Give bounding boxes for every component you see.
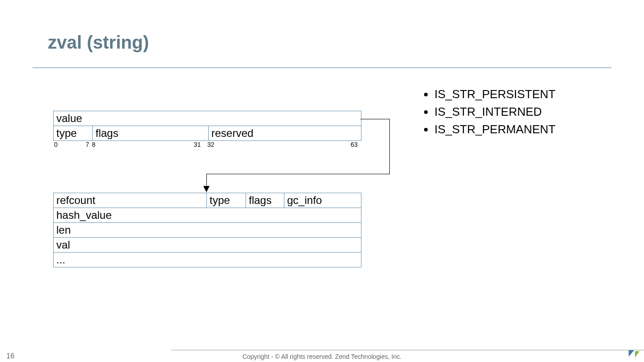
refcount-cell: refcount	[54, 193, 207, 208]
connector-line	[206, 174, 390, 174]
flags-bullet-list: IS_STR_PERSISTENT IS_STR_INTERNED IS_STR…	[419, 86, 556, 138]
zval-reserved-cell: reserved	[209, 126, 361, 140]
table-row: ...	[54, 253, 361, 267]
len-cell: len	[54, 223, 361, 237]
table-row: type flags reserved	[54, 126, 361, 140]
flags-cell: flags	[246, 193, 284, 208]
bit-label-8: 8	[92, 141, 96, 148]
page-number: 16	[6, 352, 14, 360]
bit-label-31: 31	[194, 141, 201, 148]
page-title: zval (string)	[48, 32, 149, 53]
val-cell: val	[54, 238, 361, 252]
zval-struct-table: value type flags reserved	[53, 111, 361, 141]
table-row: hash_value	[54, 208, 361, 223]
table-row: value	[54, 111, 361, 126]
bit-label-32: 32	[207, 141, 215, 148]
connector-line	[361, 119, 389, 119]
list-item: IS_STR_PERMANENT	[434, 121, 556, 138]
table-row: refcount type flags gc_info	[54, 193, 361, 208]
ellipsis-cell: ...	[54, 253, 361, 267]
zend-logo-icon	[628, 349, 640, 360]
connector-line	[389, 119, 390, 174]
bit-label-63: 63	[351, 141, 358, 148]
type-cell: type	[207, 193, 246, 208]
list-item: IS_STR_INTERNED	[434, 103, 556, 121]
table-row: len	[54, 223, 361, 238]
title-divider	[32, 68, 612, 68]
zval-value-cell: value	[54, 111, 361, 126]
footer-divider	[171, 350, 644, 350]
bit-label-7: 7	[86, 141, 89, 148]
gc-info-cell: gc_info	[284, 193, 361, 208]
copyright-text: Copyright - © All rights reserved. Zend …	[0, 353, 644, 360]
hash-value-cell: hash_value	[54, 208, 361, 222]
zval-flags-cell: flags	[93, 126, 209, 140]
table-row: val	[54, 238, 361, 253]
zval-type-cell: type	[54, 126, 93, 140]
slide: zval (string) value type flags reserved …	[0, 0, 644, 362]
arrow-down-icon	[203, 186, 210, 192]
string-struct-table: refcount type flags gc_info hash_value l…	[53, 193, 361, 267]
bit-label-0: 0	[54, 141, 58, 148]
list-item: IS_STR_PERSISTENT	[434, 86, 556, 103]
